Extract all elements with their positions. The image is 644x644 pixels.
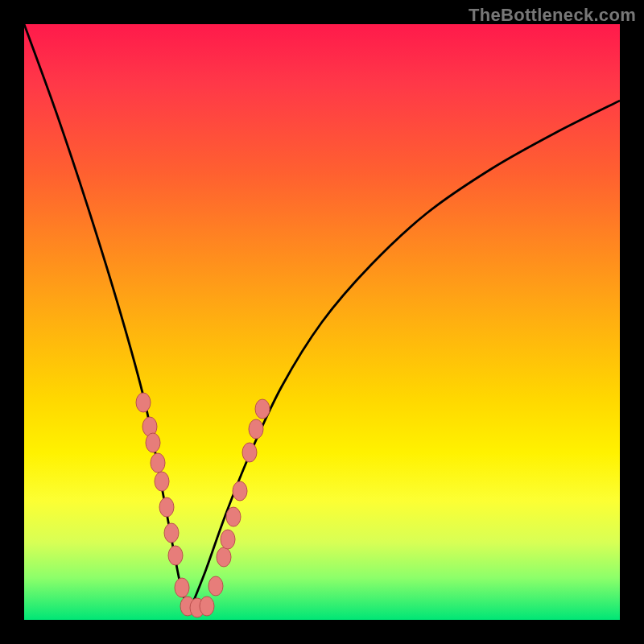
data-marker	[200, 597, 214, 616]
data-marker	[175, 578, 189, 597]
data-marker	[136, 393, 151, 412]
data-marker	[164, 523, 179, 543]
data-marker	[242, 443, 257, 462]
curve-svg	[24, 24, 620, 620]
curve-left-arm	[24, 24, 189, 612]
data-marker	[151, 453, 165, 473]
marker-group	[136, 393, 270, 617]
data-marker	[255, 399, 270, 419]
plot-area	[24, 24, 620, 620]
data-marker	[249, 419, 263, 439]
watermark-text: TheBottleneck.com	[469, 5, 636, 26]
data-marker	[217, 547, 231, 567]
data-marker	[233, 481, 247, 501]
data-marker	[146, 433, 160, 452]
data-marker	[208, 576, 223, 596]
chart-root: TheBottleneck.com	[0, 0, 644, 644]
data-marker	[221, 530, 235, 549]
curve-right-arm	[189, 101, 620, 612]
data-marker	[226, 507, 241, 526]
data-marker	[168, 546, 183, 565]
data-marker	[159, 497, 174, 517]
data-marker	[155, 472, 169, 491]
